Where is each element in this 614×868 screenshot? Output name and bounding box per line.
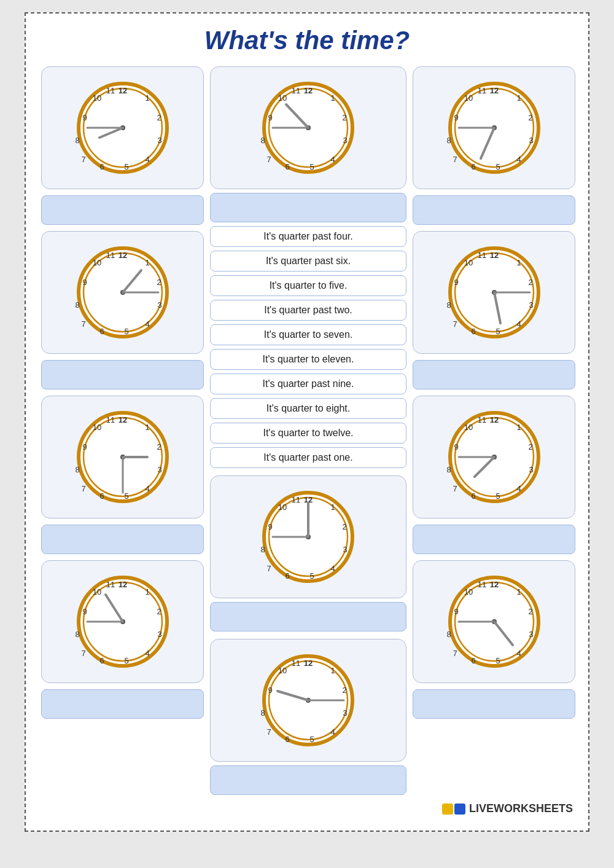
svg-text:4: 4 [516, 649, 521, 658]
answer-box-10[interactable] [41, 689, 204, 719]
svg-text:10: 10 [464, 587, 472, 596]
answer-box-4[interactable] [41, 360, 204, 389]
svg-text:4: 4 [330, 564, 335, 573]
svg-text:6: 6 [285, 571, 289, 581]
svg-text:10: 10 [464, 423, 472, 432]
svg-text:3: 3 [157, 630, 161, 639]
svg-text:2: 2 [342, 522, 346, 531]
svg-text:9: 9 [454, 442, 458, 452]
option-8[interactable]: It's quarter to eight. [210, 398, 406, 419]
svg-text:2: 2 [528, 278, 532, 287]
svg-text:11: 11 [106, 251, 114, 260]
option-2[interactable]: It's quarter past six. [210, 251, 406, 272]
svg-text:2: 2 [528, 607, 532, 616]
svg-text:1: 1 [145, 587, 149, 596]
page-title: What's the time? [41, 26, 573, 55]
svg-text:6: 6 [285, 735, 289, 744]
svg-text:1: 1 [516, 258, 521, 267]
svg-text:5: 5 [309, 571, 314, 581]
answer-box-12[interactable] [413, 689, 575, 719]
svg-text:2: 2 [157, 607, 161, 616]
clock-svg-7: 12 1 2 3 4 5 6 7 8 9 10 11 [74, 408, 172, 506]
answer-box-7[interactable] [41, 525, 204, 554]
svg-text:5: 5 [124, 656, 128, 665]
svg-text:7: 7 [266, 155, 271, 164]
svg-text:7: 7 [81, 484, 85, 493]
svg-text:11: 11 [292, 86, 300, 95]
answer-box-3[interactable] [413, 195, 575, 225]
clock-card-6: 12 1 2 3 4 5 6 7 8 9 10 11 [413, 231, 575, 354]
svg-text:7: 7 [453, 484, 457, 493]
svg-text:10: 10 [92, 423, 101, 432]
svg-text:10: 10 [92, 258, 101, 267]
worksheet: What's the time? 12 1 2 3 4 5 6 7 [25, 12, 589, 832]
answer-box-6[interactable] [413, 360, 575, 389]
clock-svg-9: 12 1 2 3 4 5 6 7 8 9 10 11 [445, 408, 543, 506]
clock-svg-12: 12 1 2 3 4 5 6 7 8 9 10 11 [445, 573, 543, 671]
clock-card-11: 12 1 2 3 4 5 6 7 8 9 10 11 [210, 639, 406, 762]
option-3[interactable]: It's quarter to five. [210, 275, 406, 296]
svg-text:4: 4 [516, 155, 521, 164]
clock-card-8: 12 1 2 3 4 5 6 7 8 9 10 11 [210, 475, 406, 598]
svg-text:1: 1 [145, 93, 149, 103]
svg-text:11: 11 [106, 86, 114, 95]
svg-text:12: 12 [489, 251, 498, 260]
clock-svg-10: 12 1 2 3 4 5 6 7 8 9 10 11 [74, 573, 172, 671]
svg-text:9: 9 [454, 607, 458, 616]
svg-text:4: 4 [516, 319, 521, 329]
svg-text:3: 3 [529, 300, 533, 310]
answer-box-1[interactable] [41, 195, 204, 225]
svg-text:5: 5 [495, 162, 500, 171]
svg-text:4: 4 [145, 155, 149, 164]
option-1[interactable]: It's quarter past four. [210, 226, 406, 247]
clock-card-2: 12 1 2 3 4 5 6 7 8 9 10 11 [210, 66, 406, 189]
svg-text:11: 11 [292, 659, 300, 668]
svg-text:11: 11 [477, 251, 486, 260]
clock-card-3: 12 1 2 3 4 5 6 7 8 9 10 11 [413, 66, 575, 189]
svg-text:5: 5 [495, 656, 500, 665]
svg-text:4: 4 [330, 155, 335, 164]
option-4[interactable]: It's quarter past two. [210, 300, 406, 321]
svg-text:8: 8 [260, 545, 265, 554]
option-6[interactable]: It's quarter to eleven. [210, 349, 406, 370]
svg-text:7: 7 [81, 155, 85, 164]
svg-text:7: 7 [266, 727, 271, 737]
svg-text:4: 4 [330, 727, 335, 737]
clock-card-4: 12 1 2 3 4 5 6 7 8 9 10 11 [41, 231, 204, 354]
option-7[interactable]: It's quarter past nine. [210, 373, 406, 394]
svg-text:2: 2 [528, 113, 532, 122]
answer-box-8[interactable] [210, 602, 406, 631]
svg-text:3: 3 [157, 465, 161, 474]
svg-text:8: 8 [446, 300, 451, 310]
svg-text:10: 10 [278, 93, 287, 103]
svg-text:7: 7 [453, 649, 457, 658]
svg-text:8: 8 [75, 300, 79, 310]
svg-text:3: 3 [529, 465, 533, 474]
svg-text:8: 8 [75, 136, 79, 145]
answer-box-2[interactable] [210, 193, 406, 222]
svg-text:3: 3 [157, 300, 161, 310]
brand-square-1 [442, 803, 453, 815]
svg-text:12: 12 [118, 415, 126, 424]
option-10[interactable]: It's quarter past one. [210, 447, 406, 468]
clock-svg-2: 12 1 2 3 4 5 6 7 8 9 10 11 [259, 79, 357, 177]
brand-name: LIVEWORKSHEETS [469, 802, 573, 815]
svg-text:1: 1 [516, 423, 521, 432]
option-5[interactable]: It's quarter to seven. [210, 324, 406, 345]
svg-text:9: 9 [82, 607, 87, 616]
answer-box-9[interactable] [413, 525, 575, 554]
answer-box-11[interactable] [210, 765, 406, 795]
right-column: 12 1 2 3 4 5 6 7 8 9 10 11 [413, 66, 575, 719]
svg-text:9: 9 [268, 522, 272, 531]
option-9[interactable]: It's quarter to twelve. [210, 423, 406, 444]
clock-svg-8: 12 1 2 3 4 5 6 7 8 9 10 11 [259, 488, 357, 586]
svg-text:12: 12 [118, 86, 126, 95]
svg-text:8: 8 [75, 630, 79, 639]
svg-text:12: 12 [304, 659, 313, 668]
svg-text:6: 6 [99, 491, 104, 501]
brand-logo: LIVEWORKSHEETS [442, 802, 573, 815]
clock-card-12: 12 1 2 3 4 5 6 7 8 9 10 11 [413, 560, 575, 683]
svg-text:1: 1 [145, 423, 149, 432]
svg-text:10: 10 [278, 502, 287, 512]
svg-text:10: 10 [92, 93, 101, 103]
